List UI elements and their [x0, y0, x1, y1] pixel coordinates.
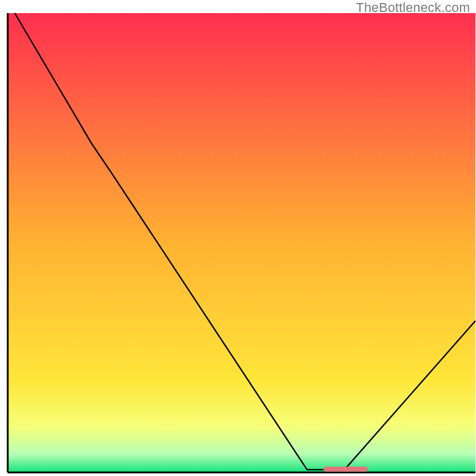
bottleneck-chart: TheBottleneck.com [0, 0, 476, 476]
gradient-background [8, 13, 475, 472]
target-range-marker [324, 466, 368, 471]
watermark-text: TheBottleneck.com [356, 0, 470, 15]
chart-svg [0, 0, 476, 476]
